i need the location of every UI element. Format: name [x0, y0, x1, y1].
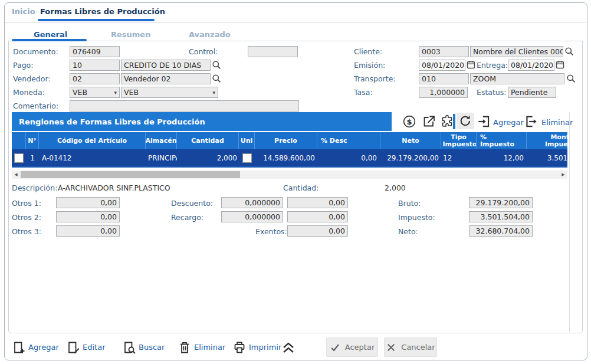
pago-code-input[interactable]: 10	[70, 60, 120, 71]
grid-title: Renglones de Formas Libres de Producción	[19, 117, 205, 126]
control-input[interactable]	[248, 46, 298, 57]
plugin-puzzle-icon[interactable]	[440, 114, 454, 129]
comentario-input[interactable]	[70, 100, 299, 112]
documento-input[interactable]: 076409	[70, 46, 120, 57]
edit-document-icon[interactable]	[66, 340, 80, 355]
grid-header-pct-impuesto: % Impuesto	[480, 134, 513, 148]
add-row-icon[interactable]	[477, 114, 492, 129]
detail-cantidad-value: 2,000	[385, 183, 406, 192]
cell-uni-checkbox[interactable]	[242, 153, 252, 163]
search-document-icon[interactable]	[122, 340, 136, 355]
toolbar-eliminar-button[interactable]: Eliminar	[194, 343, 225, 352]
otros2-input[interactable]: 0,00	[56, 211, 120, 222]
emision-label: Emisión:	[354, 61, 385, 70]
grid-right-border	[569, 112, 570, 332]
tab-inicio[interactable]: Inicio	[12, 7, 35, 16]
descuento-label: Descuento:	[171, 199, 213, 208]
bruto-input[interactable]: 29.179.200,00	[469, 197, 533, 208]
impuesto-input[interactable]: 3.501.504,00	[469, 211, 533, 222]
grid-header-codigo: Código del Artículo	[39, 132, 146, 149]
remove-row-icon[interactable]	[524, 114, 539, 129]
row-select-checkbox[interactable]	[14, 153, 24, 163]
moneda-select-2[interactable]: VEB ▾	[121, 87, 218, 98]
cancelar-button[interactable]: Cancelar	[384, 337, 437, 357]
currency-icon[interactable]: $	[402, 114, 416, 129]
toolbar-imprimir-button[interactable]: Imprimir	[249, 343, 281, 352]
descuento-monto-input[interactable]: 0,00	[287, 197, 348, 208]
open-external-icon[interactable]	[422, 114, 436, 129]
otros1-label: Otros 1:	[12, 199, 41, 208]
refresh-icon	[458, 114, 472, 128]
recargo-monto-input[interactable]: 0,00	[287, 211, 348, 222]
vendedor-code-input[interactable]: 02	[70, 73, 120, 84]
grid: N° Código del Artículo Almacén Cantidad …	[12, 132, 567, 168]
vendedor-name-input[interactable]: Vendedor 02	[121, 73, 211, 84]
grid-title-bar: Renglones de Formas Libres de Producción	[12, 112, 392, 131]
subtab-resumen[interactable]: Resumen	[111, 30, 150, 39]
recargo-pct-input[interactable]: 0,000000	[221, 211, 283, 222]
transporte-search-icon[interactable]	[566, 74, 576, 83]
entrega-calendar-icon[interactable]	[556, 60, 564, 69]
active-tab-underline	[38, 19, 155, 21]
subtab-avanzado[interactable]: Avanzado	[189, 30, 231, 39]
active-subtab-underline	[12, 39, 87, 41]
cliente-search-icon[interactable]	[564, 47, 574, 56]
grid-row-selected[interactable]: 1 A-01412 PRINCIPAL 2,000 14.589.600,00 …	[12, 149, 567, 168]
grid-header-desc: % Desc	[317, 132, 380, 149]
cell-desc: 0,00	[317, 149, 380, 166]
toolbar-buscar-button[interactable]: Buscar	[139, 343, 165, 352]
neto-input[interactable]: 32.680.704,00	[469, 225, 533, 237]
cliente-name-input[interactable]: Nombre del Clientes 0003	[470, 46, 563, 57]
moneda-select-2-value: VEB	[124, 88, 139, 97]
tab-formas-libres[interactable]: Formas Libres de Producción	[40, 7, 165, 16]
moneda-select-1[interactable]: VEB ▾	[70, 87, 120, 98]
refresh-button[interactable]	[457, 113, 474, 129]
pago-label: Pago:	[13, 61, 33, 70]
tasa-input[interactable]: 1,000000	[419, 87, 468, 98]
pago-name-input[interactable]: CREDITO DE 10 DIAS	[121, 60, 211, 71]
cell-almacen: PRINCIPAL	[146, 149, 177, 166]
grid-header-n: N°	[26, 132, 39, 149]
cell-precio: 14.589.600,00	[255, 149, 317, 166]
cell-codigo: A-01412	[39, 149, 146, 166]
transporte-name-input[interactable]: ZOOM	[470, 73, 564, 84]
cliente-code-input[interactable]: 0003	[419, 46, 469, 57]
grid-eliminar-button[interactable]: Eliminar	[541, 118, 573, 127]
estatus-input[interactable]: Pendiente	[508, 87, 556, 98]
recargo-label: Recargo:	[171, 213, 203, 222]
pago-search-icon[interactable]	[212, 60, 221, 70]
add-document-icon[interactable]	[12, 340, 26, 355]
grid-agregar-button[interactable]: Agregar	[493, 118, 524, 127]
close-icon	[386, 342, 396, 353]
transporte-code-input[interactable]: 010	[419, 73, 469, 84]
grid-header-row: N° Código del Artículo Almacén Cantidad …	[12, 132, 567, 149]
svg-text:$: $	[406, 117, 412, 126]
cell-tipo-impuesto: 12	[441, 149, 477, 166]
documento-label: Documento:	[13, 47, 58, 56]
vendedor-search-icon[interactable]	[212, 74, 221, 83]
scroll-right-icon[interactable]: ▶	[559, 170, 567, 179]
toolbar-agregar-button[interactable]: Agregar	[28, 343, 59, 352]
toolbar-editar-button[interactable]: Editar	[83, 343, 106, 352]
collapse-toolbar-icon[interactable]	[281, 342, 296, 353]
trash-icon[interactable]	[178, 340, 192, 355]
exentos-input[interactable]: 0,00	[287, 225, 348, 237]
printer-icon[interactable]	[232, 340, 247, 355]
grid-header-neto: Neto	[380, 132, 441, 149]
vendedor-label: Vendedor:	[13, 74, 51, 83]
otros1-input[interactable]: 0,00	[56, 197, 120, 208]
grid-horizontal-scrollbar[interactable]: ◀ ▶	[12, 170, 567, 179]
descuento-pct-input[interactable]: 0,000000	[221, 197, 283, 208]
control-label: Control:	[189, 47, 218, 56]
entrega-date-input[interactable]: 08/01/2020	[508, 60, 554, 71]
aceptar-button[interactable]: Aceptar	[326, 337, 378, 357]
otros3-input[interactable]: 0,00	[56, 225, 120, 237]
exentos-label: Exentos:	[255, 227, 287, 236]
moneda-label: Moneda:	[13, 88, 45, 97]
scrollbar-thumb[interactable]	[21, 171, 240, 178]
subtab-general[interactable]: General	[34, 30, 67, 39]
tabs-separator	[5, 22, 586, 23]
scroll-left-icon[interactable]: ◀	[12, 170, 20, 179]
emision-calendar-icon[interactable]	[467, 60, 475, 69]
emision-date-input[interactable]: 08/01/2020	[419, 60, 465, 71]
